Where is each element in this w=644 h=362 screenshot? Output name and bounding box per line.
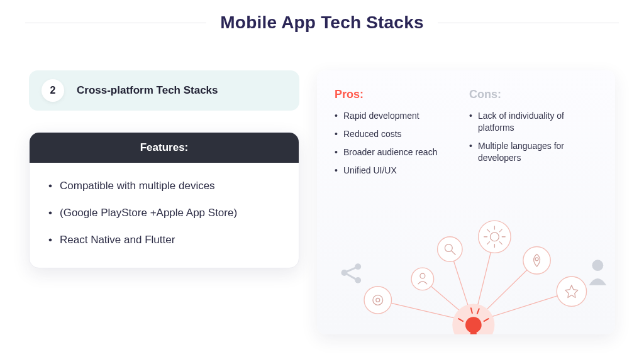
list-item: Multiple languages for developers	[469, 140, 597, 164]
pros-list: Rapid development Reduced costs Broader …	[335, 110, 463, 177]
pros-cons-row: Pros: Rapid development Reduced costs Br…	[335, 88, 597, 177]
list-item: Broader audience reach	[335, 146, 463, 158]
svg-point-20	[491, 233, 499, 241]
share-icon	[341, 263, 362, 283]
list-item: Reduced costs	[335, 128, 463, 140]
svg-rect-8	[470, 332, 477, 334]
svg-point-10	[411, 268, 434, 290]
section-pill: 2 Cross-platform Tech Stacks	[29, 70, 299, 111]
features-body: Compatible with multiple devices (Google…	[30, 163, 299, 268]
svg-point-15	[373, 295, 383, 305]
cons-list: Lack of individuality of platforms Multi…	[469, 110, 597, 164]
person-icon	[418, 273, 427, 284]
svg-line-2	[450, 250, 474, 323]
list-item: React Native and Flutter	[48, 233, 280, 248]
list-item: Lack of individuality of platforms	[469, 110, 597, 134]
svg-point-24	[355, 277, 361, 283]
svg-point-17	[420, 273, 425, 278]
section-number: 2	[50, 85, 56, 96]
lightbulb-icon	[458, 308, 488, 334]
left-column: 2 Cross-platform Tech Stacks Features: C…	[29, 70, 299, 334]
svg-point-6	[452, 304, 494, 334]
pros-column: Pros: Rapid development Reduced costs Br…	[335, 88, 463, 177]
svg-point-22	[341, 270, 348, 276]
svg-point-25	[592, 260, 603, 271]
network-illustration	[317, 211, 615, 334]
list-item: Rapid development	[335, 110, 463, 122]
right-panel: Pros: Rapid development Reduced costs Br…	[317, 70, 615, 334]
search-icon	[445, 244, 455, 255]
person-silhouette-icon	[589, 260, 607, 285]
cons-column: Cons: Lack of individuality of platforms…	[469, 88, 597, 177]
pin-icon	[534, 254, 540, 266]
svg-point-9	[364, 287, 391, 314]
svg-line-0	[378, 300, 474, 322]
features-list: Compatible with multiple devices (Google…	[48, 179, 280, 248]
svg-point-14	[557, 277, 586, 306]
features-card: Features: Compatible with multiple devic…	[29, 132, 299, 268]
cons-heading: Cons:	[469, 88, 597, 101]
divider-left	[25, 23, 206, 23]
svg-point-21	[535, 258, 538, 261]
svg-point-7	[465, 317, 482, 333]
pros-heading: Pros:	[335, 88, 463, 101]
list-item: Compatible with multiple devices	[48, 179, 280, 194]
svg-point-23	[355, 263, 361, 270]
section-title: Cross-platform Tech Stacks	[77, 84, 218, 97]
target-icon	[373, 295, 383, 305]
svg-line-5	[474, 292, 572, 322]
svg-point-12	[479, 221, 511, 253]
slide: Mobile App Tech Stacks 2 Cross-platform …	[0, 0, 644, 334]
features-heading: Features:	[30, 133, 299, 163]
title-row: Mobile App Tech Stacks	[25, 13, 619, 33]
two-column-layout: 2 Cross-platform Tech Stacks Features: C…	[25, 70, 619, 334]
svg-line-19	[452, 251, 455, 255]
svg-line-4	[474, 260, 537, 322]
section-number-badge: 2	[42, 79, 64, 102]
svg-line-3	[474, 237, 495, 322]
svg-point-16	[376, 299, 380, 302]
svg-point-18	[445, 244, 452, 252]
star-icon	[565, 285, 578, 298]
divider-right	[438, 23, 619, 23]
list-item: (Google PlayStore +Apple App Store)	[48, 206, 280, 221]
gear-icon	[484, 226, 506, 248]
svg-point-11	[438, 237, 463, 262]
svg-point-13	[523, 247, 550, 274]
page-title: Mobile App Tech Stacks	[220, 13, 423, 33]
list-item: Unified UI/UX	[335, 165, 463, 177]
svg-line-1	[423, 279, 474, 322]
